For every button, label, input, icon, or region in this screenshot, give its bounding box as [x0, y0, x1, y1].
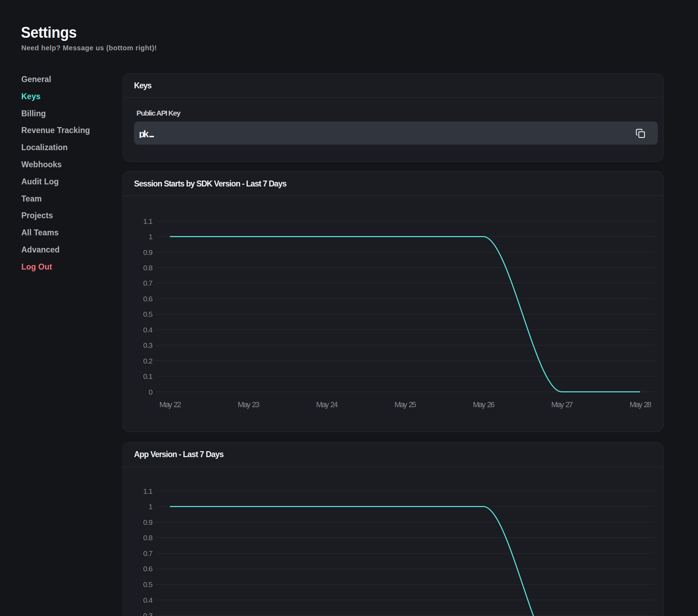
svg-text:May 28: May 28: [630, 400, 651, 409]
svg-text:0.7: 0.7: [143, 279, 153, 287]
svg-text:0.3: 0.3: [143, 341, 153, 349]
svg-text:0.3: 0.3: [143, 611, 153, 616]
svg-text:0.7: 0.7: [143, 549, 153, 557]
svg-text:1: 1: [149, 503, 153, 511]
svg-text:May 22: May 22: [159, 400, 181, 409]
svg-text:0.2: 0.2: [143, 357, 153, 365]
svg-text:0.6: 0.6: [143, 295, 153, 303]
svg-text:May 26: May 26: [473, 400, 495, 409]
svg-text:0.1: 0.1: [143, 372, 153, 380]
svg-text:1: 1: [149, 233, 153, 241]
svg-text:1.1: 1.1: [143, 217, 153, 225]
svg-text:May 25: May 25: [394, 400, 416, 409]
svg-text:0.8: 0.8: [143, 264, 153, 272]
svg-text:0.8: 0.8: [143, 534, 153, 542]
svg-text:0.9: 0.9: [143, 248, 153, 256]
svg-text:0.4: 0.4: [143, 596, 153, 604]
svg-text:May 23: May 23: [238, 400, 259, 409]
svg-text:0.5: 0.5: [143, 580, 153, 588]
svg-text:0.4: 0.4: [143, 326, 153, 334]
svg-text:1.1: 1.1: [143, 487, 153, 495]
svg-text:0: 0: [149, 388, 153, 396]
svg-text:May 24: May 24: [316, 400, 338, 409]
svg-text:0.6: 0.6: [143, 565, 153, 573]
svg-text:0.9: 0.9: [143, 518, 153, 526]
svg-text:0.5: 0.5: [143, 310, 153, 318]
svg-text:May 27: May 27: [551, 400, 573, 409]
